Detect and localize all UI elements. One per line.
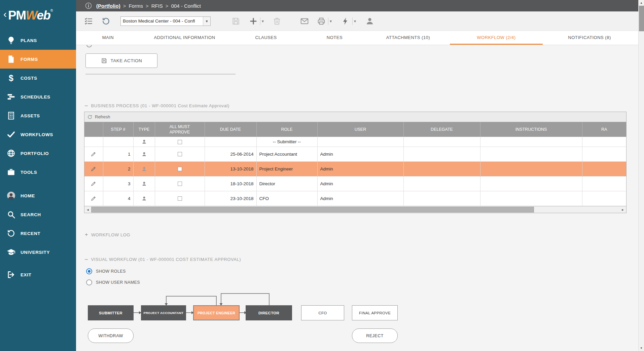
approve-checkbox[interactable] bbox=[178, 182, 182, 186]
breadcrumb-rfis: RFIS bbox=[151, 3, 163, 9]
breadcrumb: (Portfolio) > Forms > RFIS > 004 - Confl… bbox=[96, 3, 201, 9]
tab-workflow[interactable]: WORKFLOW (2/4) bbox=[450, 31, 543, 45]
business-process-table: STEP # TYPE ALL MUST APPROVE DUE DATE RO… bbox=[84, 122, 626, 206]
sidebar-item-home[interactable]: HOME bbox=[0, 186, 76, 205]
section-title: WORKFLOW LOG bbox=[91, 232, 130, 237]
table-row-step-1[interactable]: 1 25-06-2014 Project Accountant Admin bbox=[84, 147, 626, 161]
expand-icon[interactable]: + bbox=[85, 232, 88, 237]
workflow-node-submitter[interactable]: SUBMITTER bbox=[88, 305, 134, 320]
sidebar-item-label: SCHEDULES bbox=[21, 94, 50, 100]
col-type[interactable]: TYPE bbox=[133, 122, 155, 137]
sidebar-item-portfolio[interactable]: PORTFOLIO bbox=[0, 144, 76, 163]
sidebar-item-assets[interactable]: ASSETS bbox=[0, 106, 76, 125]
chevron-down-icon[interactable]: ▾ bbox=[203, 17, 210, 26]
sidebar-item-tools[interactable]: TOOLS bbox=[0, 163, 76, 182]
scrollbar-thumb[interactable] bbox=[639, 6, 644, 31]
col-instructions[interactable]: INSTRUCTIONS bbox=[480, 122, 582, 137]
print-menu-caret-icon[interactable]: ▾ bbox=[328, 17, 333, 25]
table-row-step-4[interactable]: 4 23-10-2018 CFO Admin bbox=[84, 191, 626, 206]
sidebar-item-schedules[interactable]: SCHEDULES bbox=[0, 87, 76, 106]
collapse-icon[interactable]: – bbox=[85, 257, 88, 262]
collapse-icon[interactable]: – bbox=[85, 103, 88, 108]
tab-attachments[interactable]: ATTACHMENTS (10) bbox=[366, 31, 450, 45]
sidebar-item-plans[interactable]: PLANS bbox=[0, 31, 76, 50]
sidebar-item-forms[interactable]: FORMS bbox=[0, 50, 76, 69]
sidebar-item-workflows[interactable]: WORKFLOWS bbox=[0, 125, 76, 144]
vertical-scrollbar[interactable]: ▲ ▼ bbox=[638, 0, 644, 351]
scroll-left-button[interactable]: ◄ bbox=[84, 206, 91, 213]
add-icon[interactable] bbox=[249, 17, 258, 26]
record-selector[interactable]: Boston Medical Center - 004 - Confl ▾ bbox=[120, 16, 211, 26]
sidebar-item-recent[interactable]: RECENT bbox=[0, 224, 76, 243]
lightning-icon[interactable] bbox=[341, 17, 350, 26]
history-icon[interactable] bbox=[102, 17, 110, 26]
approve-checkbox[interactable] bbox=[178, 140, 182, 144]
scroll-right-button[interactable]: ► bbox=[619, 206, 626, 213]
sidebar-item-exit[interactable]: EXIT bbox=[0, 265, 76, 284]
sidebar-collapse-button[interactable]: ‹ bbox=[3, 9, 7, 19]
col-user[interactable]: USER bbox=[317, 122, 403, 137]
workflow-node-final-approve[interactable]: FINAL APPROVE bbox=[352, 305, 398, 320]
table-row-step-2-current[interactable]: 2 13-10-2018 Project Engineer Admin bbox=[84, 161, 626, 176]
workflow-tab-content: TAKE ACTION – BUSINESS PROCESS (01 - WF-… bbox=[76, 45, 638, 351]
table-row-step-3[interactable]: 3 18-10-2018 Director Admin bbox=[84, 176, 626, 191]
tab-notifications[interactable]: NOTIFICATIONS (8) bbox=[543, 31, 636, 45]
col-role[interactable]: ROLE bbox=[256, 122, 317, 137]
reject-button[interactable]: REJECT bbox=[352, 328, 398, 343]
approve-checkbox[interactable] bbox=[178, 196, 182, 201]
user-icon[interactable] bbox=[365, 17, 374, 26]
business-process-section-header[interactable]: – BUSINESS PROCESS (01 - WF-000001 Cost … bbox=[85, 103, 229, 108]
workflow-node-director[interactable]: DIRECTOR bbox=[246, 305, 292, 320]
tab-main[interactable]: MAIN bbox=[76, 31, 140, 45]
actions-menu-caret-icon[interactable]: ▾ bbox=[352, 17, 357, 25]
scroll-up-button[interactable]: ▲ bbox=[639, 0, 644, 6]
tab-clauses[interactable]: CLAUSES bbox=[229, 31, 303, 45]
radio-unselected-icon bbox=[86, 279, 92, 285]
table-row-submitter[interactable]: -- Submitter -- bbox=[84, 137, 626, 147]
approve-checkbox[interactable] bbox=[178, 167, 182, 171]
logout-icon bbox=[7, 270, 15, 279]
workflow-node-project-accountant[interactable]: PROJECT ACCOUNTANT bbox=[141, 305, 186, 320]
edit-pencil-icon[interactable] bbox=[91, 195, 97, 201]
col-step[interactable]: STEP # bbox=[103, 122, 133, 137]
tab-additional-information[interactable]: ADDITIONAL INFORMATION bbox=[140, 31, 229, 45]
col-due-date[interactable]: DUE DATE bbox=[205, 122, 256, 137]
sidebar-item-costs[interactable]: $ COSTS bbox=[0, 69, 76, 87]
col-delegate[interactable]: DELEGATE bbox=[403, 122, 480, 137]
horizontal-scrollbar[interactable]: ◄ ► bbox=[84, 206, 626, 213]
add-menu-caret-icon[interactable]: ▾ bbox=[260, 17, 265, 25]
sidebar-item-university[interactable]: UNIVERSITY bbox=[0, 243, 76, 262]
scrollbar-thumb[interactable] bbox=[91, 207, 534, 212]
edit-pencil-icon[interactable] bbox=[91, 166, 97, 172]
scroll-down-button[interactable]: ▼ bbox=[639, 345, 644, 351]
show-user-names-radio[interactable]: SHOW USER NAMES bbox=[86, 279, 140, 286]
tab-notes[interactable]: NOTES bbox=[303, 31, 366, 45]
mail-icon[interactable] bbox=[300, 17, 309, 26]
col-rank[interactable]: RA bbox=[582, 122, 626, 137]
sidebar-item-label: COSTS bbox=[21, 76, 37, 81]
person-icon bbox=[141, 196, 147, 201]
show-roles-radio[interactable]: SHOW ROLES bbox=[86, 268, 126, 275]
workflow-node-project-engineer[interactable]: PROJECT ENGINEER bbox=[193, 305, 240, 320]
history-icon bbox=[7, 229, 15, 238]
workflow-node-cfo[interactable]: CFO bbox=[301, 305, 344, 320]
col-all-must-approve[interactable]: ALL MUST APPROVE bbox=[155, 122, 205, 137]
edit-pencil-icon[interactable] bbox=[91, 181, 97, 187]
checklist-icon[interactable] bbox=[84, 17, 93, 26]
refresh-button[interactable]: Refresh bbox=[84, 112, 626, 122]
withdraw-button[interactable]: WITHDRAW bbox=[88, 328, 134, 343]
breadcrumb-portfolio-link[interactable]: (Portfolio) bbox=[96, 3, 120, 9]
section-divider bbox=[85, 74, 236, 74]
visual-workflow-section-header[interactable]: – VISUAL WORKFLOW (01 - WF-000001 COST E… bbox=[85, 257, 241, 262]
approve-checkbox[interactable] bbox=[178, 152, 182, 156]
sidebar-item-search[interactable]: SEARCH bbox=[0, 205, 76, 224]
tab-label: MAIN bbox=[102, 35, 114, 40]
printer-icon[interactable] bbox=[317, 17, 326, 26]
edit-pencil-icon[interactable] bbox=[91, 151, 97, 157]
scrollbar-track[interactable] bbox=[91, 206, 619, 213]
info-icon[interactable] bbox=[85, 2, 92, 9]
workflow-log-section-header[interactable]: + WORKFLOW LOG bbox=[85, 232, 130, 237]
sidebar-item-label: FORMS bbox=[21, 57, 38, 62]
logo-row: ‹ PMWeb® bbox=[0, 0, 76, 31]
take-action-button[interactable]: TAKE ACTION bbox=[85, 53, 157, 68]
